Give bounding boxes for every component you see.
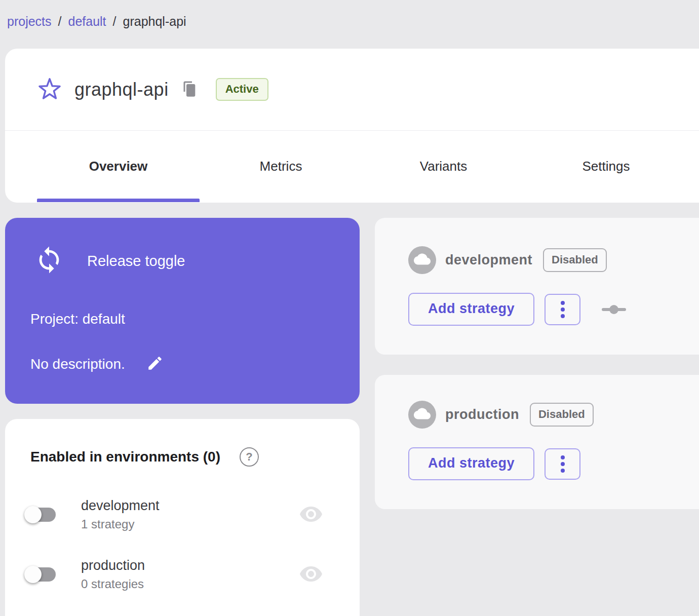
strategy-count: 1 strategy [81, 517, 160, 531]
pencil-icon [146, 355, 164, 373]
kebab-icon [561, 301, 565, 305]
tab-label: Overview [89, 159, 148, 174]
tab-variants[interactable]: Variants [362, 131, 525, 202]
breadcrumb: projects / default / graphql-api [7, 14, 186, 29]
tab-metrics[interactable]: Metrics [200, 131, 362, 202]
tab-label: Metrics [260, 159, 302, 174]
kebab-icon [561, 314, 565, 318]
environment-card-development: development Disabled Add strategy [375, 218, 699, 355]
kebab-icon [561, 462, 565, 466]
tab-overview[interactable]: Overview [37, 131, 200, 202]
breadcrumb-separator: / [58, 14, 62, 29]
cloud-icon [414, 405, 431, 424]
breadcrumb-link-default[interactable]: default [68, 14, 106, 29]
environment-row-development: development 1 strategy [30, 496, 334, 533]
help-icon[interactable]: ? [240, 447, 259, 467]
description-label: No description. [30, 356, 125, 372]
tab-label: Settings [582, 159, 630, 174]
page-title: graphql-api [74, 79, 169, 100]
environment-card-name: development [445, 252, 532, 268]
tab-bar: Overview Metrics Variants Settings [5, 131, 699, 202]
visibility-toggle-production[interactable] [299, 564, 323, 586]
strategy-count: 0 strategies [81, 577, 145, 591]
breadcrumb-separator: / [113, 14, 116, 29]
tab-settings[interactable]: Settings [525, 131, 687, 202]
feature-header-card: graphql-api Active Overview Metrics Vari… [5, 49, 699, 203]
eye-icon [299, 564, 323, 586]
toggle-type-label: Release toggle [87, 253, 185, 270]
visibility-toggle-development[interactable] [299, 504, 323, 526]
environment-card-name: production [445, 407, 519, 422]
tab-label: Variants [420, 159, 467, 174]
toggle-thumb [24, 506, 42, 523]
breadcrumb-current: graphql-api [123, 14, 186, 29]
favorite-button[interactable] [38, 77, 61, 102]
environment-avatar [408, 246, 436, 274]
add-strategy-button[interactable]: Add strategy [408, 447, 534, 480]
status-badge: Active [216, 78, 268, 101]
environment-name: production [81, 558, 145, 573]
kebab-icon [561, 455, 565, 459]
environment-card-production: production Disabled Add strategy [375, 375, 699, 509]
production-toggle[interactable] [26, 567, 56, 582]
star-icon [38, 77, 61, 102]
environment-menu-button[interactable] [545, 448, 580, 480]
feature-title-row: graphql-api Active [5, 49, 699, 131]
project-label: Project: default [30, 311, 125, 327]
environment-cards-column: development Disabled Add strategy [375, 218, 699, 529]
eye-icon [299, 504, 323, 526]
breadcrumb-link-projects[interactable]: projects [7, 14, 52, 29]
environment-row-production: production 0 strategies [30, 556, 334, 593]
toggle-thumb [24, 566, 42, 583]
environment-name: development [81, 498, 160, 514]
enabled-environments-title: Enabled in environments (0) [30, 449, 220, 465]
environment-status-badge: Disabled [543, 248, 607, 272]
environment-status-badge: Disabled [530, 403, 594, 427]
edit-description-button[interactable] [146, 355, 164, 373]
active-tab-indicator [37, 199, 200, 202]
environment-avatar [408, 401, 436, 429]
release-toggle-icon [34, 245, 64, 277]
add-strategy-button[interactable]: Add strategy [408, 293, 534, 326]
kebab-icon [561, 469, 565, 473]
feature-summary-card: Release toggle Project: default No descr… [5, 218, 360, 404]
strategy-node-icon [601, 303, 627, 316]
kebab-icon [561, 307, 565, 312]
environment-menu-button[interactable] [545, 294, 580, 325]
copy-icon [181, 81, 198, 99]
development-toggle[interactable] [26, 508, 56, 522]
copy-name-button[interactable] [181, 81, 198, 99]
cloud-icon [414, 251, 431, 270]
enabled-environments-panel: Enabled in environments (0) ? developmen… [5, 419, 360, 616]
